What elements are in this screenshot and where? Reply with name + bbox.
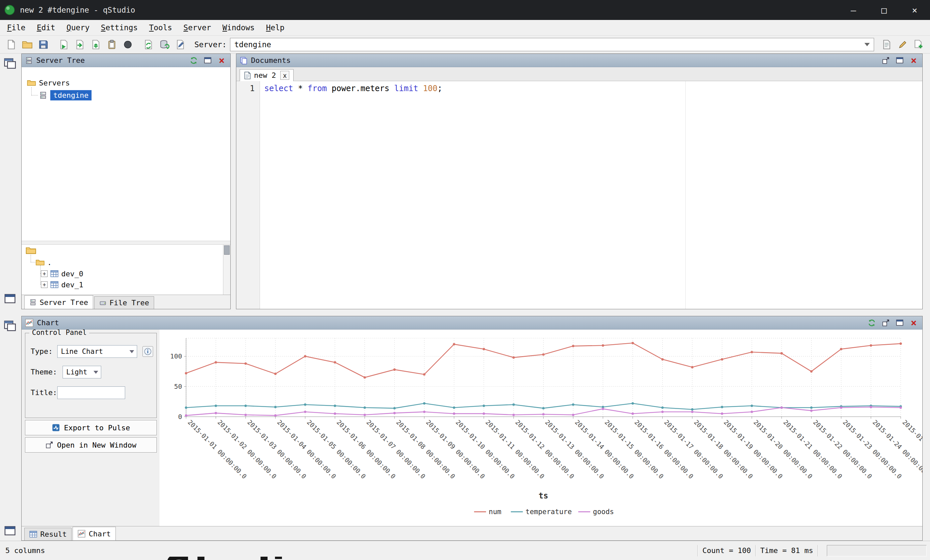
- refresh-document-button[interactable]: [140, 37, 156, 52]
- run-line-icon: [91, 40, 101, 49]
- edit-query-button[interactable]: [172, 37, 188, 52]
- server-tree-icon: [25, 57, 33, 64]
- tab-close-button[interactable]: x: [280, 71, 289, 80]
- menu-windows[interactable]: Windows: [217, 23, 260, 32]
- new-file-icon: [6, 40, 16, 49]
- popout-icon: [882, 319, 890, 327]
- pencil-icon: [898, 40, 908, 49]
- add-server-button[interactable]: [911, 37, 927, 52]
- tree-connector: [31, 95, 38, 95]
- horizontal-splitter[interactable]: [22, 241, 230, 245]
- dock-window-icon[interactable]: [3, 292, 17, 305]
- new-file-button[interactable]: [3, 37, 19, 52]
- edit-button[interactable]: [895, 37, 911, 52]
- tab-new-2[interactable]: new 2 x: [240, 69, 294, 81]
- tab-chart[interactable]: Chart: [72, 527, 115, 540]
- open-in-new-window-button[interactable]: Open in New Window: [25, 437, 157, 453]
- refresh-panel-button[interactable]: [867, 318, 877, 328]
- menu-tools[interactable]: Tools: [143, 23, 178, 32]
- chart-theme-value: Light: [66, 368, 87, 376]
- refresh-database-icon: [159, 40, 169, 49]
- dock-window-icon[interactable]: [3, 524, 17, 537]
- vertical-splitter[interactable]: [231, 54, 236, 309]
- sql-editor[interactable]: 1 select * from power.meters limit 100;: [236, 81, 922, 309]
- close-panel-button[interactable]: ×: [216, 55, 227, 66]
- menu-query[interactable]: Query: [61, 23, 95, 32]
- file-tree-item-dev1[interactable]: + dev_1: [41, 280, 83, 290]
- clipboard-button[interactable]: [104, 37, 120, 52]
- code-line: select * from power.meters limit 100;: [264, 81, 442, 96]
- expand-icon[interactable]: +: [41, 281, 48, 288]
- chart-panel-content: Control Panel Type: Line Chart Theme: Li…: [22, 330, 922, 526]
- chart-theme-select[interactable]: Light: [63, 366, 101, 379]
- run-line-button[interactable]: [88, 37, 104, 52]
- popout-panel-button[interactable]: [881, 55, 891, 66]
- folder-icon: [26, 246, 36, 255]
- close-icon: ×: [911, 55, 917, 66]
- menu-file[interactable]: File: [2, 23, 31, 32]
- file-tree-preview[interactable]: . + dev_0 + dev_1: [22, 245, 230, 295]
- refresh-panel-button[interactable]: [188, 55, 199, 66]
- maximize-button[interactable]: □: [869, 0, 899, 20]
- maximize-panel-button[interactable]: [895, 318, 905, 328]
- close-panel-button[interactable]: ×: [908, 318, 919, 328]
- file-tree-item-dev0[interactable]: + dev_0: [41, 269, 83, 279]
- open-file-button[interactable]: [19, 37, 35, 52]
- export-to-pulse-button[interactable]: Export to Pulse: [25, 420, 157, 435]
- svg-text:50: 50: [174, 382, 182, 390]
- svg-text:2015-01-11 00:00:00.0: 2015-01-11 00:00:00.0: [484, 418, 546, 480]
- status-columns: 5 columns: [0, 546, 45, 555]
- tab-file-tree[interactable]: File Tree: [94, 296, 154, 309]
- dock-window-icon[interactable]: [3, 319, 17, 332]
- svg-text:2015-01-16 00:00:00.0: 2015-01-16 00:00:00.0: [633, 418, 695, 480]
- stop-button[interactable]: [120, 37, 136, 52]
- save-button[interactable]: [35, 37, 51, 52]
- svg-text:2015-01-08 00:00:00.0: 2015-01-08 00:00:00.0: [395, 418, 456, 480]
- close-button[interactable]: ×: [899, 0, 930, 20]
- menu-server[interactable]: Server: [178, 23, 217, 32]
- menu-edit[interactable]: Edit: [31, 23, 61, 32]
- tree-item-tdengine[interactable]: tdengine: [39, 89, 92, 101]
- file-tree-item-dot[interactable]: .: [35, 258, 52, 267]
- table-icon: [50, 270, 59, 277]
- menu-help[interactable]: Help: [260, 23, 290, 32]
- chart-type-select[interactable]: Line Chart: [57, 345, 137, 358]
- popout-panel-button[interactable]: [881, 318, 891, 328]
- left-panel-tabs: Server Tree File Tree: [22, 295, 230, 309]
- info-button[interactable]: [142, 346, 153, 357]
- document-tabs: new 2 x: [236, 67, 922, 81]
- document-info-button[interactable]: [879, 37, 895, 52]
- filetree-scrollbar[interactable]: [223, 245, 230, 295]
- expand-icon[interactable]: +: [41, 270, 48, 277]
- popout-icon: [45, 441, 53, 449]
- svg-text:2015-01-22 00:00:00.0: 2015-01-22 00:00:00.0: [812, 418, 873, 480]
- open-in-new-window-label: Open in New Window: [57, 441, 136, 449]
- run-script-button[interactable]: [56, 37, 72, 52]
- maximize-panel-button[interactable]: [202, 55, 213, 66]
- server-tree-panel: Server Tree × Servers tdengine .: [21, 54, 231, 309]
- theme-row: Theme: Light: [25, 365, 156, 379]
- tab-server-tree[interactable]: Server Tree: [24, 295, 93, 309]
- menu-settings[interactable]: Settings: [95, 23, 143, 32]
- table-icon: [50, 281, 59, 288]
- dock-window-icon[interactable]: [3, 56, 17, 69]
- chart-title-input[interactable]: [57, 387, 125, 399]
- maximize-panel-button[interactable]: [895, 55, 905, 66]
- qstudio-logo-icon: [4, 4, 15, 15]
- tab-label: File Tree: [109, 299, 149, 307]
- svg-text:2015-01-13 00:00:00.0: 2015-01-13 00:00:00.0: [544, 418, 605, 480]
- export-to-pulse-label: Export to Pulse: [64, 423, 130, 432]
- file-tree-root[interactable]: [26, 245, 36, 255]
- refresh-database-button[interactable]: [156, 37, 172, 52]
- tree-item-servers[interactable]: Servers: [27, 77, 70, 89]
- server-tree-area[interactable]: Servers tdengine: [22, 67, 230, 241]
- minimize-button[interactable]: —: [838, 0, 869, 20]
- scrollbar-thumb[interactable]: [224, 245, 230, 255]
- svg-text:2015-01-15 00:00:00.0: 2015-01-15 00:00:00.0: [604, 418, 665, 480]
- server-select-value: tdengine: [234, 40, 271, 49]
- close-panel-button[interactable]: ×: [908, 55, 919, 66]
- server-select[interactable]: tdengine: [230, 38, 874, 51]
- tab-result[interactable]: Result: [24, 528, 72, 540]
- svg-text:2015-01-06 00:00:00.0: 2015-01-06 00:00:00.0: [335, 418, 397, 480]
- run-selection-button[interactable]: [72, 37, 88, 52]
